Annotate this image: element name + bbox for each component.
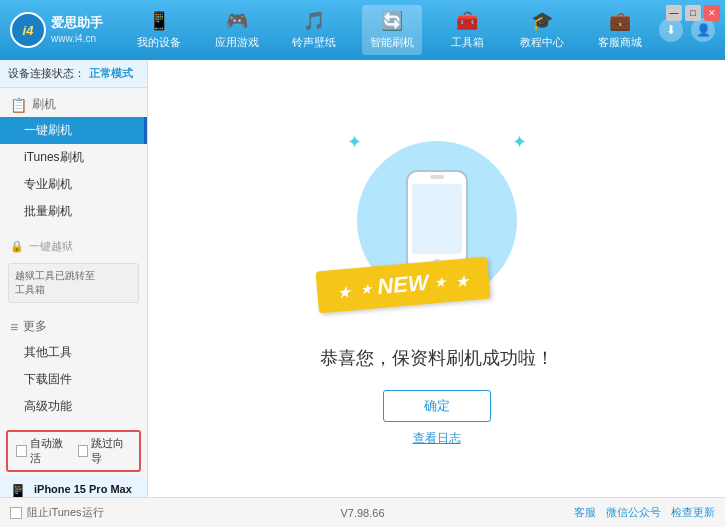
sidebar-item-batch-flash[interactable]: 批量刷机	[0, 198, 147, 225]
auto-activate-label: 自动激活	[30, 436, 70, 466]
phone-icon: 📱	[8, 483, 28, 497]
one-key-unlock-disabled: 🔒 一键越狱	[0, 235, 147, 258]
sidebar-item-other-tools[interactable]: 其他工具	[0, 339, 147, 366]
nav-item-tutorial[interactable]: 🎓 教程中心	[512, 5, 572, 55]
version-label: V7.98.66	[340, 507, 384, 519]
device-entry: 📱 iPhone 15 Pro Max 512GB iPhone	[0, 476, 147, 497]
footer-center: V7.98.66	[245, 507, 480, 519]
footer: 阻止iTunes运行 V7.98.66 客服 微信公众号 检查更新	[0, 497, 725, 527]
flash-group-header: 📋 刷机	[0, 92, 147, 117]
status-bar: 设备连接状态： 正常模式	[0, 60, 147, 88]
device-info: iPhone 15 Pro Max 512GB iPhone	[34, 481, 132, 497]
logo-text: 爱思助手 www.i4.cn	[51, 15, 103, 45]
new-ribbon: ★ NEW ★	[315, 256, 490, 313]
toolbox-icon: 🧰	[456, 10, 478, 32]
apps-icon: 🎮	[226, 10, 248, 32]
sidebar-bottom: 自动激活 跳过向导 📱 iPhone 15 Pro Max 512GB iPho…	[0, 420, 147, 497]
auto-guide-checkbox[interactable]	[78, 445, 89, 457]
auto-activate-checkbox[interactable]	[16, 445, 27, 457]
header-right: ⬇ 👤	[659, 18, 715, 42]
nav-item-apps[interactable]: 🎮 应用游戏	[207, 5, 267, 55]
lock-icon: 🔒	[10, 240, 24, 253]
ringtone-icon: 🎵	[303, 10, 325, 32]
flash-section: 📋 刷机 一键刷机 iTunes刷机 专业刷机 批量刷机	[0, 88, 147, 229]
header: i4 爱思助手 www.i4.cn 📱 我的设备 🎮 应用游戏 🎵 铃声壁纸 🔄	[0, 0, 725, 60]
close-button[interactable]: ✕	[704, 5, 720, 21]
notice-box: 越狱工具已跳转至 工具箱	[8, 263, 139, 303]
more-icon: ≡	[10, 319, 18, 335]
footer-service[interactable]: 客服	[574, 505, 596, 520]
tutorial-icon: 🎓	[531, 10, 553, 32]
user-button[interactable]: 👤	[691, 18, 715, 42]
nav-item-ringtone[interactable]: 🎵 铃声壁纸	[284, 5, 344, 55]
itunes-checkbox[interactable]	[10, 507, 22, 519]
log-link[interactable]: 查看日志	[413, 430, 461, 447]
sparkle-top-left: ✦	[347, 131, 362, 153]
footer-wechat[interactable]: 微信公众号	[606, 505, 661, 520]
sidebar-item-pro-flash[interactable]: 专业刷机	[0, 171, 147, 198]
maximize-button[interactable]: □	[685, 5, 701, 21]
sidebar-item-download-firmware[interactable]: 下载固件	[0, 366, 147, 393]
minimize-button[interactable]: —	[666, 5, 682, 21]
footer-left: 阻止iTunes运行	[10, 505, 245, 520]
svg-rect-3	[430, 175, 444, 179]
nav-item-service[interactable]: 💼 客服商城	[590, 5, 650, 55]
device-check-area: 自动激活 跳过向导	[6, 430, 141, 472]
footer-right: 客服 微信公众号 检查更新	[480, 505, 715, 520]
logo-area: i4 爱思助手 www.i4.cn	[10, 12, 120, 48]
flash-icon: 🔄	[381, 10, 403, 32]
device-name: iPhone 15 Pro Max	[34, 481, 132, 497]
success-text: 恭喜您，保资料刷机成功啦！	[320, 346, 554, 370]
sidebar-item-one-key-flash[interactable]: 一键刷机	[0, 117, 147, 144]
content-area: ✦ ✦ ★	[148, 60, 725, 497]
footer-check-update[interactable]: 检查更新	[671, 505, 715, 520]
download-button[interactable]: ⬇	[659, 18, 683, 42]
window-controls: — □ ✕	[666, 5, 720, 21]
sidebar-item-itunes-flash[interactable]: iTunes刷机	[0, 144, 147, 171]
sidebar: 设备连接状态： 正常模式 📋 刷机 一键刷机 iTunes刷机 专业刷机 批量刷…	[0, 60, 148, 497]
sidebar-item-advanced[interactable]: 高级功能	[0, 393, 147, 420]
sparkle-top-right: ✦	[512, 131, 527, 153]
more-group-header: ≡ 更多	[0, 314, 147, 339]
nav-item-toolbox[interactable]: 🧰 工具箱	[440, 5, 495, 55]
flash-group-icon: 📋	[10, 97, 27, 113]
confirm-button[interactable]: 确定	[383, 390, 491, 422]
nav-item-smart-flash[interactable]: 🔄 智能刷机	[362, 5, 422, 55]
itunes-label: 阻止iTunes运行	[27, 505, 104, 520]
device-icon: 📱	[148, 10, 170, 32]
svg-rect-1	[412, 184, 462, 254]
nav-items: 📱 我的设备 🎮 应用游戏 🎵 铃声壁纸 🔄 智能刷机 🧰 工具箱 🎓	[120, 5, 659, 55]
auto-guide-label: 跳过向导	[91, 436, 131, 466]
logo-icon: i4	[10, 12, 46, 48]
success-image: ✦ ✦ ★	[327, 111, 547, 331]
main-area: 设备连接状态： 正常模式 📋 刷机 一键刷机 iTunes刷机 专业刷机 批量刷…	[0, 60, 725, 497]
nav-item-my-device[interactable]: 📱 我的设备	[129, 5, 189, 55]
service-icon: 💼	[609, 10, 631, 32]
